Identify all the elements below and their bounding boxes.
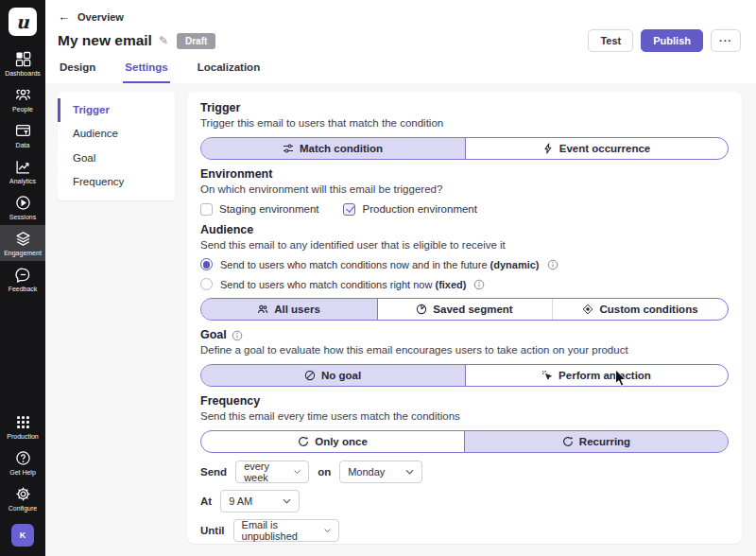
sidebar-item-production[interactable]: Production	[0, 408, 45, 444]
sidebar-item-people[interactable]: People	[0, 81, 45, 117]
option-label: Only once	[315, 436, 368, 447]
option-only-once[interactable]: Only once	[201, 431, 465, 452]
radio-selected-icon[interactable]	[200, 258, 213, 270]
audience-heading: Audience	[200, 223, 729, 237]
sidebar-item-feedback[interactable]: Feedback	[0, 261, 45, 297]
sidebar-item-dashboards[interactable]: Dashboards	[0, 45, 45, 81]
sidebar-item-label: Dashboards	[5, 70, 41, 77]
goal-subtitle: Define a goal to evaluate how this email…	[200, 344, 729, 357]
diamond-icon	[582, 304, 593, 315]
dashboards-icon	[15, 51, 31, 67]
select-value: every week	[244, 460, 286, 483]
no-goal-icon	[304, 370, 316, 381]
sidebar-item-label: Data	[16, 142, 30, 148]
user-avatar[interactable]: K	[11, 524, 34, 547]
send-interval-select[interactable]: every week	[235, 460, 309, 483]
checkbox-staging-environment[interactable]: Staging environment	[200, 203, 318, 216]
back-link[interactable]: ← Overview	[58, 10, 124, 23]
sidebar-item-data[interactable]: Data	[0, 117, 45, 153]
checkbox-production-environment[interactable]: Production environment	[343, 203, 476, 216]
edit-title-icon[interactable]: ✎	[159, 34, 168, 47]
tab-design[interactable]: Design	[58, 61, 97, 83]
tab-bar: Design Settings Localization	[58, 61, 741, 83]
send-time-select[interactable]: 9 AM	[220, 490, 300, 513]
test-button[interactable]: Test	[588, 29, 633, 52]
sidebar-item-configure[interactable]: Configure	[0, 480, 45, 516]
sidebar-item-label: Sessions	[9, 214, 36, 220]
option-perform-action[interactable]: Perform an action	[465, 365, 728, 386]
info-icon[interactable]	[232, 330, 243, 341]
publish-button[interactable]: Publish	[641, 29, 703, 52]
sidebar-item-analytics[interactable]: Analytics	[0, 153, 45, 189]
send-schedule-row: Send every week on Monday	[200, 460, 729, 483]
back-label: Overview	[77, 11, 124, 23]
main-area: ← Overview My new email ✎ Draft Test Pub…	[45, 0, 756, 556]
until-select[interactable]: Email is unpublished	[233, 519, 339, 542]
radio-label: Send to users who match conditions now a…	[220, 259, 540, 270]
more-actions-button[interactable]: ···	[711, 29, 741, 52]
pie-icon	[416, 304, 427, 315]
header-actions: Test Publish ···	[588, 29, 741, 52]
status-badge: Draft	[177, 33, 215, 49]
frequency-segmented-control: Only once Recurring	[200, 430, 729, 453]
recurring-icon	[562, 436, 574, 447]
sessions-icon	[15, 195, 31, 211]
chevron-down-icon	[324, 528, 331, 533]
sidebar-item-label: Analytics	[9, 178, 36, 184]
send-day-select[interactable]: Monday	[339, 460, 422, 483]
section-nav: Trigger Audience Goal Frequency	[58, 92, 175, 200]
info-icon[interactable]	[473, 279, 485, 290]
sidebar-item-label: Get Help	[9, 469, 36, 476]
chevron-down-icon	[283, 498, 291, 504]
feedback-icon	[15, 267, 31, 283]
option-label: Match condition	[300, 143, 383, 154]
frequency-subtitle: Send this email every time users match t…	[200, 410, 729, 424]
option-label: No goal	[321, 370, 361, 381]
option-label: Recurring	[579, 436, 630, 447]
option-custom-conditions[interactable]: Custom conditions	[553, 299, 728, 320]
cursor-click-icon	[541, 370, 553, 381]
sidebar-item-engagement[interactable]: Engagement	[0, 225, 45, 261]
tab-settings[interactable]: Settings	[123, 61, 169, 83]
data-icon	[15, 123, 31, 139]
section-nav-goal[interactable]: Goal	[58, 147, 175, 170]
configure-icon	[15, 486, 31, 502]
people-icon	[15, 87, 31, 103]
engagement-icon	[15, 231, 31, 247]
back-arrow-icon: ←	[58, 10, 70, 23]
sidebar-item-label: Feedback	[9, 286, 38, 292]
radio-unselected-icon[interactable]	[200, 278, 213, 290]
option-label: Event occurrence	[559, 143, 651, 154]
audience-segmented-control: All users Saved segment Custom condition…	[200, 298, 729, 321]
section-nav-frequency[interactable]: Frequency	[58, 170, 175, 194]
radio-dynamic-audience[interactable]: Send to users who match conditions now a…	[200, 258, 729, 270]
until-label: Until	[200, 525, 225, 536]
tab-localization[interactable]: Localization	[196, 61, 262, 83]
option-label: Perform an action	[558, 370, 651, 381]
option-no-goal[interactable]: No goal	[201, 365, 465, 386]
environment-checkboxes: Staging environment Production environme…	[200, 203, 729, 216]
select-value: Email is unpublished	[242, 519, 317, 542]
option-label: Custom conditions	[599, 304, 697, 315]
chevron-down-icon	[294, 469, 301, 475]
trigger-subtitle: Trigger this email to users that match t…	[200, 117, 729, 130]
info-icon[interactable]	[547, 259, 558, 270]
sidebar-item-get-help[interactable]: Get Help	[0, 444, 45, 480]
section-nav-audience[interactable]: Audience	[58, 122, 175, 146]
option-match-condition[interactable]: Match condition	[201, 138, 465, 159]
once-icon	[298, 436, 309, 447]
section-nav-trigger[interactable]: Trigger	[58, 98, 175, 122]
option-recurring[interactable]: Recurring	[465, 431, 728, 452]
select-value: 9 AM	[229, 495, 252, 507]
radio-fixed-audience[interactable]: Send to users who match conditions right…	[200, 278, 729, 290]
checkbox-unchecked-icon[interactable]	[200, 203, 213, 216]
userpilot-logo[interactable]: u	[9, 8, 37, 36]
option-saved-segment[interactable]: Saved segment	[377, 299, 553, 320]
option-all-users[interactable]: All users	[201, 299, 377, 320]
option-event-occurrence[interactable]: Event occurrence	[465, 138, 728, 159]
sidebar-item-label: Configure	[9, 505, 37, 512]
sidebar-item-sessions[interactable]: Sessions	[0, 189, 45, 225]
checkbox-checked-icon[interactable]	[343, 203, 355, 216]
checkbox-label: Staging environment	[219, 203, 318, 215]
sidebar-item-label: People	[12, 106, 33, 113]
